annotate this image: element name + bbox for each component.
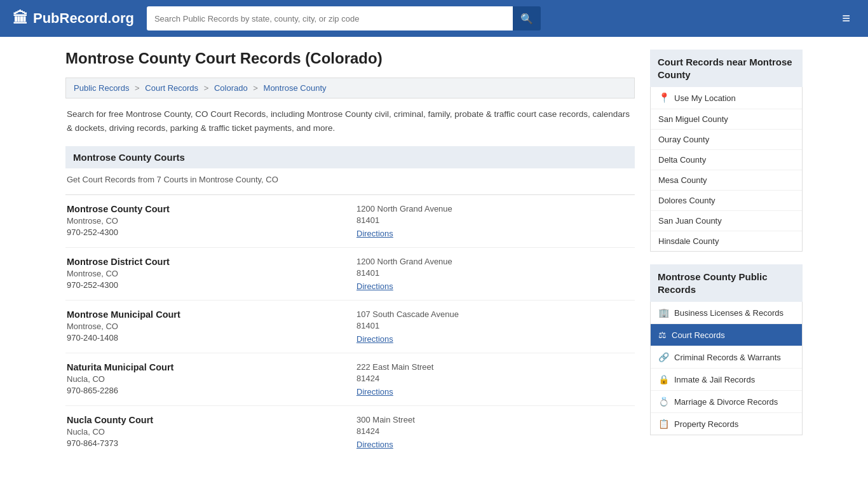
hamburger-icon: ≡ — [842, 10, 850, 26]
nearby-header: Court Records near Montrose County — [650, 50, 803, 87]
logo-icon: 🏛 — [13, 10, 28, 27]
court-listing-4: Nucla County Court Nucla, CO 970-864-737… — [65, 405, 635, 458]
main-container: Montrose County Court Records (Colorado)… — [53, 37, 815, 471]
record-label-3[interactable]: Inmate & Jail Records — [674, 375, 755, 384]
record-icon-0: 🏢 — [658, 308, 669, 318]
courts-list: Montrose County Court Montrose, CO 970-2… — [65, 194, 635, 458]
site-logo[interactable]: 🏛 PubRecord.org — [13, 10, 134, 27]
court-city-1: Montrose, CO — [67, 269, 344, 278]
court-name-4: Nucla County Court — [67, 415, 344, 425]
search-icon: 🔍 — [520, 13, 533, 24]
use-location-label: Use My Location — [674, 93, 736, 103]
nearby-county-5[interactable]: San Juan County — [651, 211, 802, 231]
use-location-item[interactable]: 📍 Use My Location — [651, 87, 802, 109]
nearby-county-3[interactable]: Mesa County — [651, 170, 802, 191]
breadcrumb-sep-2: > — [204, 83, 211, 93]
nearby-county-4[interactable]: Dolores County — [651, 191, 802, 211]
breadcrumb-court-records[interactable]: Court Records — [145, 83, 198, 93]
record-label-1[interactable]: Court Records — [672, 330, 725, 340]
court-phone-3: 970-865-2286 — [67, 386, 344, 395]
search-area: 🔍 — [147, 6, 541, 30]
record-item-3[interactable]: 🔒 Inmate & Jail Records — [651, 369, 802, 391]
public-records-header: Montrose County Public Records — [650, 264, 803, 302]
breadcrumb-public-records[interactable]: Public Records — [74, 83, 129, 93]
court-phone-0: 970-252-4300 — [67, 227, 344, 237]
directions-link-0[interactable]: Directions — [356, 229, 393, 238]
court-listing-0: Montrose County Court Montrose, CO 970-2… — [65, 194, 635, 247]
court-street-4: 300 Main Street — [356, 415, 634, 424]
court-listing-2: Montrose Municipal Court Montrose, CO 97… — [65, 300, 635, 353]
nearby-counties-list: 📍 Use My Location San Miguel County Oura… — [650, 87, 803, 252]
menu-button[interactable]: ≡ — [837, 9, 855, 28]
breadcrumb-colorado[interactable]: Colorado — [214, 83, 248, 93]
breadcrumb: Public Records > Court Records > Colorad… — [65, 78, 635, 98]
logo-text: PubRecord.org — [33, 10, 134, 27]
public-records-list: 🏢 Business Licenses & Records ⚖ Court Re… — [650, 302, 803, 435]
content-area: Montrose County Court Records (Colorado)… — [65, 50, 635, 458]
page-description: Search for free Montrose County, CO Cour… — [65, 107, 635, 135]
court-street-0: 1200 North Grand Avenue — [356, 204, 634, 214]
courts-section-header: Montrose County Courts — [65, 146, 635, 168]
nearby-county-1[interactable]: Ouray County — [651, 130, 802, 150]
court-zip-3: 81424 — [356, 374, 634, 383]
record-label-2[interactable]: Criminal Records & Warrants — [674, 353, 781, 362]
location-pin-icon: 📍 — [658, 92, 670, 104]
page-title: Montrose County Court Records (Colorado) — [65, 50, 635, 67]
record-icon-1: ⚖ — [658, 330, 667, 340]
court-phone-2: 970-240-1408 — [67, 333, 344, 342]
directions-link-3[interactable]: Directions — [356, 387, 393, 396]
breadcrumb-sep-3: > — [253, 83, 260, 93]
court-city-3: Nucla, CO — [67, 374, 344, 384]
court-zip-2: 81401 — [356, 321, 634, 330]
search-input[interactable] — [147, 6, 513, 30]
court-listing-3: Naturita Municipal Court Nucla, CO 970-8… — [65, 353, 635, 405]
court-zip-0: 81401 — [356, 215, 634, 225]
record-item-0[interactable]: 🏢 Business Licenses & Records — [651, 302, 802, 324]
record-icon-4: 💍 — [658, 396, 669, 407]
court-zip-4: 81424 — [356, 426, 634, 436]
nearby-county-6[interactable]: Hinsdale County — [651, 231, 802, 251]
directions-link-4[interactable]: Directions — [356, 440, 393, 449]
breadcrumb-sep-1: > — [135, 83, 142, 93]
sidebar: Court Records near Montrose County 📍 Use… — [650, 50, 803, 458]
nearby-county-2[interactable]: Delta County — [651, 150, 802, 170]
record-item-1[interactable]: ⚖ Court Records — [651, 324, 802, 346]
court-listing-1: Montrose District Court Montrose, CO 970… — [65, 247, 635, 300]
court-name-2: Montrose Municipal Court — [67, 309, 344, 320]
site-header: 🏛 PubRecord.org 🔍 ≡ — [0, 0, 868, 37]
court-phone-1: 970-252-4300 — [67, 280, 344, 290]
court-phone-4: 970-864-7373 — [67, 438, 344, 448]
record-label-0[interactable]: Business Licenses & Records — [674, 308, 783, 318]
search-button[interactable]: 🔍 — [513, 6, 541, 30]
court-street-1: 1200 North Grand Avenue — [356, 257, 634, 266]
court-city-2: Montrose, CO — [67, 322, 344, 331]
court-street-3: 222 East Main Street — [356, 362, 634, 372]
directions-link-2[interactable]: Directions — [356, 334, 393, 344]
record-icon-3: 🔒 — [658, 374, 669, 384]
court-name-3: Naturita Municipal Court — [67, 362, 344, 372]
record-item-2[interactable]: 🔗 Criminal Records & Warrants — [651, 346, 802, 369]
court-zip-1: 81401 — [356, 268, 634, 278]
directions-link-1[interactable]: Directions — [356, 281, 393, 291]
court-name-1: Montrose District Court — [67, 257, 344, 267]
court-city-0: Montrose, CO — [67, 216, 344, 226]
court-street-2: 107 South Cascade Avenue — [356, 309, 634, 319]
record-item-4[interactable]: 💍 Marriage & Divorce Records — [651, 391, 802, 413]
nearby-county-0[interactable]: San Miguel County — [651, 109, 802, 130]
courts-subtitle: Get Court Records from 7 Courts in Montr… — [65, 175, 635, 184]
breadcrumb-montrose-county[interactable]: Montrose County — [264, 83, 327, 93]
record-label-5[interactable]: Property Records — [674, 419, 738, 429]
record-icon-5: 📋 — [658, 419, 669, 429]
record-icon-2: 🔗 — [658, 352, 669, 362]
court-city-4: Nucla, CO — [67, 427, 344, 437]
record-label-4[interactable]: Marriage & Divorce Records — [674, 397, 778, 407]
court-name-0: Montrose County Court — [67, 204, 344, 214]
record-item-5[interactable]: 📋 Property Records — [651, 413, 802, 435]
